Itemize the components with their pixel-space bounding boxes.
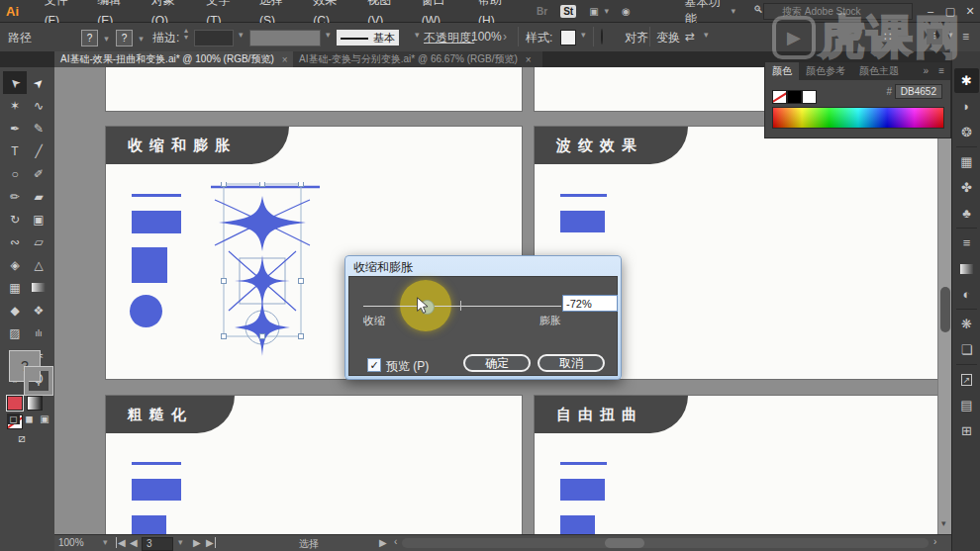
eyedropper-tool[interactable]: ◆: [3, 299, 27, 321]
lasso-tool[interactable]: ∿: [27, 94, 50, 117]
document-tab-active[interactable]: AI基础-效果-扭曲和变换.ai* @ 100% (RGB/预览) ×: [54, 51, 302, 67]
draw-normal-icon[interactable]: ◻: [7, 413, 20, 424]
color-guide-button[interactable]: ◗: [954, 94, 979, 119]
paintbrush-tool[interactable]: ✐: [27, 162, 50, 185]
color-panel-button[interactable]: ✱: [954, 68, 979, 93]
recolor-button[interactable]: ❂: [954, 120, 979, 144]
next-artboard-button[interactable]: ▶: [193, 537, 201, 548]
gradient-dock-button[interactable]: [954, 256, 979, 281]
last-artboard-button[interactable]: ▶: [206, 537, 216, 548]
first-artboard-button[interactable]: ◀: [116, 537, 126, 548]
brush-definition-dropdown[interactable]: 基本: [337, 30, 399, 46]
blue-line-shape[interactable]: [132, 462, 181, 465]
value-input[interactable]: [562, 295, 618, 312]
tab-color-guide[interactable]: 颜色参考: [799, 62, 852, 80]
scroll-left-icon[interactable]: ‹: [394, 536, 397, 547]
scrollbar-thumb[interactable]: [605, 538, 644, 548]
stroke-color-indicator[interactable]: [25, 367, 52, 395]
variable-width-dropdown[interactable]: [249, 30, 321, 46]
previous-artboard-button[interactable]: ◀: [130, 537, 138, 548]
blue-rectangle-shape[interactable]: [560, 211, 605, 232]
minimize-button[interactable]: –: [921, 5, 940, 17]
artboard-number-field[interactable]: 3: [142, 537, 173, 551]
tab-close-icon[interactable]: ×: [282, 54, 288, 65]
panel-list-icon[interactable]: ≡: [962, 30, 969, 44]
symbol-sprayer-tool[interactable]: ▨: [3, 321, 27, 344]
selection-tool[interactable]: ➤: [3, 71, 27, 94]
tab-color-themes[interactable]: 颜色主题: [852, 62, 906, 80]
layers-button[interactable]: ▤: [954, 393, 979, 417]
artboards-button[interactable]: ⊞: [954, 418, 979, 443]
width-tool[interactable]: ∾: [3, 230, 27, 253]
type-tool[interactable]: T: [3, 139, 27, 162]
preview-checkbox[interactable]: ✓: [367, 358, 381, 372]
recolor-artwork-button[interactable]: [601, 30, 603, 44]
perspective-grid-tool[interactable]: △: [27, 253, 50, 276]
direct-selection-tool[interactable]: ➤: [27, 71, 50, 94]
symbols-button[interactable]: ♣: [954, 201, 979, 226]
mesh-tool[interactable]: ▦: [3, 276, 27, 299]
artboard-chevron-icon[interactable]: ▾: [178, 537, 183, 547]
fill-color-dropdown[interactable]: ? ▾: [81, 30, 109, 46]
blend-tool[interactable]: ❖: [27, 299, 50, 321]
scroll-right-icon[interactable]: ›: [933, 536, 936, 547]
stroke-weight-field[interactable]: [194, 30, 234, 46]
hex-value-input[interactable]: DB4652: [895, 84, 942, 99]
export-button[interactable]: ↗: [954, 367, 979, 392]
black-swatch[interactable]: [787, 90, 802, 104]
zoom-level[interactable]: 100%: [58, 537, 84, 548]
graphic-styles-button[interactable]: ❏: [954, 337, 979, 362]
scale-tool[interactable]: ▣: [27, 208, 50, 230]
stroke-button[interactable]: ≡: [954, 230, 979, 255]
opacity-more-arrow[interactable]: ›: [503, 30, 507, 44]
blue-square-shape[interactable]: [560, 515, 595, 534]
style-swatch[interactable]: [560, 30, 576, 46]
ok-button[interactable]: 确定: [463, 354, 531, 372]
transparency-button[interactable]: ◐: [954, 282, 979, 307]
gpu-performance-icon[interactable]: ◉: [619, 5, 634, 18]
horizontal-scrollbar[interactable]: [402, 538, 929, 548]
magic-wand-tool[interactable]: ✶: [3, 94, 27, 117]
puckered-shapes-selection[interactable]: [211, 182, 320, 365]
gradient-swatch[interactable]: [27, 396, 43, 411]
blue-line-shape[interactable]: [560, 194, 607, 197]
search-input[interactable]: [763, 3, 913, 20]
dock-collapse-icon[interactable]: ∷: [884, 30, 892, 44]
zoom-chevron-icon[interactable]: ▾: [103, 537, 108, 547]
line-segment-tool[interactable]: ╱: [27, 139, 50, 162]
shaper-tool[interactable]: ✏: [3, 185, 27, 208]
stroke-stepper[interactable]: ▴▾: [184, 27, 188, 41]
stroke-color-dropdown[interactable]: ? ▾: [116, 30, 144, 46]
gradient-tool[interactable]: [27, 276, 50, 299]
bridge-badge[interactable]: Br: [534, 5, 550, 18]
blue-square-shape[interactable]: [132, 515, 166, 534]
status-flyout-icon[interactable]: ▶: [379, 537, 387, 548]
opacity-label[interactable]: 不透明度:: [424, 30, 474, 46]
blue-rectangle-shape[interactable]: [132, 479, 181, 501]
close-button[interactable]: ✕: [960, 5, 980, 18]
color-spectrum-bar[interactable]: [772, 107, 944, 129]
dialog-title[interactable]: 收缩和膨胀: [353, 259, 413, 276]
none-swatch[interactable]: [772, 90, 787, 104]
curvature-tool[interactable]: ✎: [27, 117, 50, 139]
brushes-button[interactable]: ✤: [954, 175, 979, 200]
pucker-bloat-slider[interactable]: [363, 306, 561, 307]
swatches-button[interactable]: ▦: [954, 149, 979, 174]
scroll-down-icon[interactable]: ▾: [941, 518, 946, 528]
draw-behind-icon[interactable]: ◼: [23, 413, 36, 424]
free-transform-tool[interactable]: ▱: [27, 230, 50, 253]
cancel-button[interactable]: 取消: [538, 354, 605, 372]
blue-circle-shape[interactable]: [130, 295, 162, 327]
document-tab-inactive[interactable]: AI基础-变换与分别变换.ai* @ 66.67% (RGB/预览) ×: [293, 51, 542, 67]
color-fill-swatch[interactable]: [7, 396, 23, 411]
align-button[interactable]: 对齐: [625, 30, 648, 46]
blue-line-shape[interactable]: [132, 194, 181, 197]
workspace-layout-icon[interactable]: ▣: [586, 5, 601, 18]
tab-close-icon[interactable]: ×: [526, 54, 532, 65]
shape-builder-tool[interactable]: ◈: [3, 253, 27, 276]
eraser-tool[interactable]: ▰: [27, 185, 50, 208]
blue-rectangle-shape[interactable]: [560, 479, 605, 501]
blue-line-shape[interactable]: [560, 462, 607, 465]
maximize-button[interactable]: ▢: [940, 5, 960, 18]
workspace-panel-icon[interactable]: ⫶: [927, 29, 942, 45]
